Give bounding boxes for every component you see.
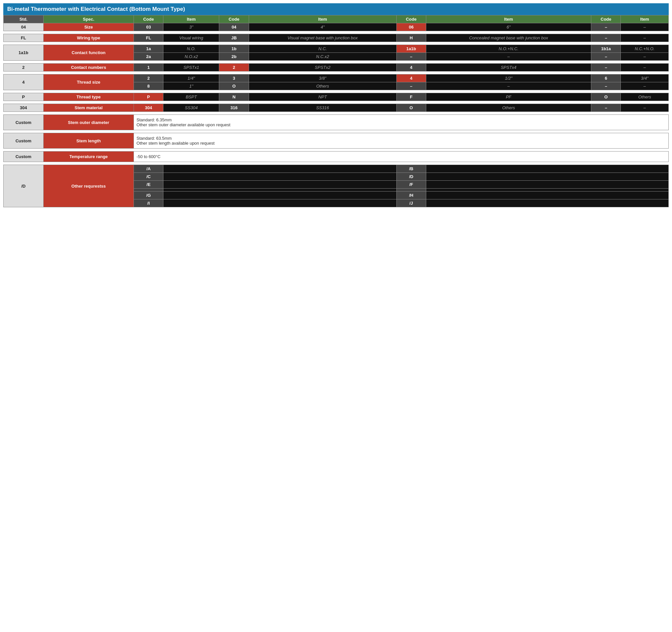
ts-item6: 3/4" bbox=[621, 74, 669, 82]
spacer2 bbox=[4, 42, 669, 45]
size-item4: – bbox=[621, 23, 669, 31]
page-title: Bi-metal Thermometer with Electrical Con… bbox=[7, 6, 185, 12]
cn-code4: 4 bbox=[397, 64, 426, 72]
tt-spec: Thread type bbox=[43, 93, 134, 101]
cn-code2: 2 bbox=[219, 64, 249, 72]
col-item1-header: Item bbox=[163, 16, 219, 23]
cf-code1b: 1b bbox=[219, 45, 249, 53]
tr-info: -50 to 600°C bbox=[134, 152, 669, 162]
sl-spec: Stem length bbox=[43, 133, 134, 149]
cn-code1: 1 bbox=[134, 64, 163, 72]
ts-std: 4 bbox=[4, 74, 44, 90]
or-itemJ bbox=[426, 199, 668, 207]
cf-code2a: 2a bbox=[134, 53, 163, 61]
cf-code-dash2: – bbox=[591, 53, 621, 61]
ts-dash1i: – bbox=[426, 82, 591, 90]
spacer8 bbox=[4, 130, 669, 133]
or-itemD bbox=[426, 173, 668, 181]
size-spec: Size bbox=[43, 23, 134, 31]
tt-codeF: F bbox=[397, 93, 426, 101]
sm-dash-i: – bbox=[621, 104, 669, 112]
or-itemH bbox=[426, 192, 668, 199]
spacer9 bbox=[4, 149, 669, 152]
col-spec-header: Spec. bbox=[43, 16, 134, 23]
ts-itemO: Others bbox=[249, 82, 397, 90]
size-code4: – bbox=[591, 23, 621, 31]
cf-code1a: 1a bbox=[134, 45, 163, 53]
contact-function-spec: Contact function bbox=[43, 45, 134, 61]
wiring-code2: JB bbox=[219, 34, 249, 42]
sm-codeO: O bbox=[397, 104, 426, 112]
size-code1: 03 bbox=[134, 23, 163, 31]
tt-codeO: O bbox=[591, 93, 621, 101]
tt-itemP: BSPT bbox=[163, 93, 219, 101]
sm-dash: – bbox=[591, 104, 621, 112]
cf-item2a: N.O.x2 bbox=[163, 53, 219, 61]
wiring-item3: Concealed magnet base with junction box bbox=[426, 34, 591, 42]
wiring-code3: H bbox=[397, 34, 426, 42]
or-codeC: /C bbox=[134, 173, 163, 181]
contact-numbers-row: 2 Contact numbers 1 SPSTx1 2 SPSTx2 4 SP… bbox=[4, 64, 669, 72]
or-codeE: /E bbox=[134, 181, 163, 188]
cn-item4: SPSTx4 bbox=[426, 64, 591, 72]
temp-range-row: Custom Temperature range -50 to 600°C bbox=[4, 152, 669, 162]
cf-code2b: 2b bbox=[219, 53, 249, 61]
or-itemE bbox=[163, 181, 397, 188]
wiring-code1: FL bbox=[134, 34, 163, 42]
so-spec: Stem outer diameter bbox=[43, 115, 134, 130]
ts-code4: 4 bbox=[397, 74, 426, 82]
or-itemF bbox=[426, 181, 668, 188]
sm-itemO: Others bbox=[426, 104, 591, 112]
wiring-code4: – bbox=[591, 34, 621, 42]
col-code1-header: Code bbox=[134, 16, 163, 23]
col-code3-header: Code bbox=[397, 16, 426, 23]
or-spec: Other requrestss bbox=[43, 165, 134, 207]
or-item-blank1 bbox=[163, 188, 397, 192]
cf-code1b1a: 1b1a bbox=[591, 45, 621, 53]
ts-item4: 1/2" bbox=[426, 74, 591, 82]
or-code-blank1 bbox=[134, 188, 163, 192]
or-itemI bbox=[163, 199, 397, 207]
cn-std: 2 bbox=[4, 64, 44, 72]
cn-spec: Contact numbers bbox=[43, 64, 134, 72]
size-std: 04 bbox=[4, 23, 44, 31]
spacer6 bbox=[4, 101, 669, 104]
or-itemA bbox=[163, 165, 397, 173]
col-code4-header: Code bbox=[591, 16, 621, 23]
sm-item304: SS304 bbox=[163, 104, 219, 112]
cf-item-dash2: – bbox=[621, 53, 669, 61]
cn-item-dash: – bbox=[621, 64, 669, 72]
cn-item1: SPSTx1 bbox=[163, 64, 219, 72]
spacer4 bbox=[4, 72, 669, 74]
sl-info: Standard: 63.5mmOther stem length availa… bbox=[134, 133, 669, 149]
cn-item2: SPSTx2 bbox=[249, 64, 397, 72]
main-table: Std. Spec. Code Item Code Item Code Item… bbox=[3, 15, 669, 207]
or-codeB: /B bbox=[397, 165, 426, 173]
or-codeI: /I bbox=[134, 199, 163, 207]
or-codeA: /A bbox=[134, 165, 163, 173]
ts-dash1: – bbox=[397, 82, 426, 90]
wiring-item4: – bbox=[621, 34, 669, 42]
col-std-header: Std. bbox=[4, 16, 44, 23]
so-std: Custom bbox=[4, 115, 44, 130]
or-code-blank2 bbox=[397, 188, 426, 192]
wiring-item2: Visual magnet base with junction box bbox=[249, 34, 397, 42]
ts-code6: 6 bbox=[591, 74, 621, 82]
cf-item1b: N.C. bbox=[249, 45, 397, 53]
col-item3-header: Item bbox=[426, 16, 591, 23]
sm-std: 304 bbox=[4, 104, 44, 112]
contact-function-row1: 1a1b Contact function 1a N.O. 1b N.C. 1a… bbox=[4, 45, 669, 53]
or-codeG: /G bbox=[134, 192, 163, 199]
size-row: 04 Size 03 3" 04 4" 06 6" – – bbox=[4, 23, 669, 31]
or-codeD: /D bbox=[397, 173, 426, 181]
stem-material-row: 304 Stem material 304 SS304 316 SS316 O … bbox=[4, 104, 669, 112]
wiring-item1: Visual wiring bbox=[163, 34, 219, 42]
or-item-blank2 bbox=[426, 188, 668, 192]
cf-code-dash1: – bbox=[397, 53, 426, 61]
cf-item1a: N.O. bbox=[163, 45, 219, 53]
ts-item8: 1" bbox=[163, 82, 219, 90]
thread-size-row1: 4 Thread size 2 1/4" 3 3/8" 4 1/2" 6 3/4… bbox=[4, 74, 669, 82]
wiring-row: FL Wiring type FL Visual wiring JB Visua… bbox=[4, 34, 669, 42]
spacer7 bbox=[4, 112, 669, 115]
or-itemC bbox=[163, 173, 397, 181]
